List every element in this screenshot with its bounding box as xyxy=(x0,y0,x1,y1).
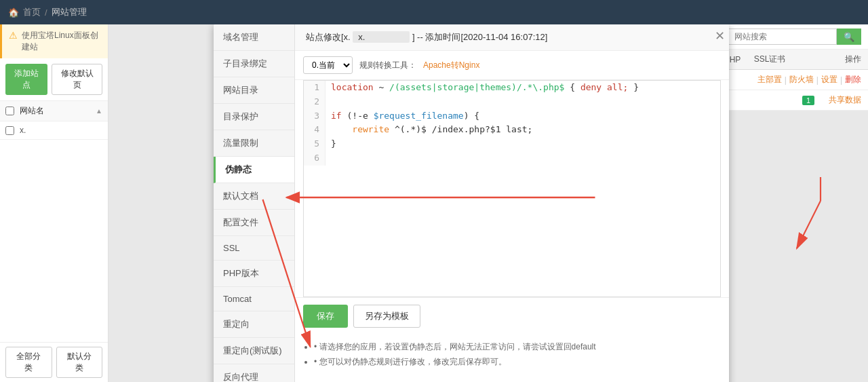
modal-footer: 保存 另存为模板 xyxy=(295,297,729,335)
modal-body: 站点修改[x. x. ] -- 添加时间[2020-11-04 16:07:12… xyxy=(295,24,729,382)
site-name: x. xyxy=(20,126,102,135)
sort-icon: ▲ xyxy=(96,107,102,115)
line-content-2 xyxy=(326,95,336,109)
alert-text: 使用宝塔Linux面板创建站 xyxy=(22,30,101,53)
modal-title-text: 站点修改[x. x. ] -- 添加时间[2020-11-04 16:07:12… xyxy=(306,31,547,43)
modal-sidebar: 域名管理 子目录绑定 网站目录 目录保护 流量限制 伪静态 默认文档 配置文件 … xyxy=(214,24,295,382)
modal-title-domain: x. xyxy=(353,31,410,43)
sidebar-item-tomcat[interactable]: Tomcat xyxy=(214,287,294,311)
sidebar-item-subdir[interactable]: 子目录绑定 xyxy=(214,51,294,77)
modify-default-button[interactable]: 修改默认页 xyxy=(52,64,102,95)
line-num-1: 1 xyxy=(304,81,326,95)
classify-default-button[interactable]: 默认分类 xyxy=(56,347,103,378)
row2-ssl: 1 xyxy=(788,96,829,105)
code-line-1: 1 location ~ /(assets|storage|themes)/.*… xyxy=(304,81,720,95)
line-num-6: 6 xyxy=(304,151,326,166)
main-layout: ⚠ 使用宝塔Linux面板创建站 添加站点 修改默认页 网站名 ▲ x. 全部分… xyxy=(0,24,868,382)
code-line-2: 2 xyxy=(304,95,720,109)
sidebar-item-redirect[interactable]: 重定向 xyxy=(214,311,294,338)
svg-line-5 xyxy=(797,201,821,248)
modal-close-button[interactable]: ✕ xyxy=(715,28,725,43)
code-line-3: 3 if (!-e $request_filename) { xyxy=(304,109,720,123)
col-name-label[interactable]: 网站名 xyxy=(20,105,96,117)
left-sidebar: ⚠ 使用宝塔Linux面板创建站 添加站点 修改默认页 网站名 ▲ x. 全部分… xyxy=(0,24,108,382)
sidebar-item-config[interactable]: 配置文件 xyxy=(214,210,294,236)
op-config[interactable]: 主部置 xyxy=(757,74,782,85)
classify-all-button[interactable]: 全部分类 xyxy=(5,347,52,378)
site-checkbox[interactable] xyxy=(5,126,14,135)
rule-label: 规则转换工具： xyxy=(359,60,416,71)
modal-toolbar: 0.当前 规则转换工具： Apache转Nginx xyxy=(295,51,729,80)
classify-bar: 全部分类 默认分类 xyxy=(0,342,108,382)
sidebar-item-rewrite[interactable]: 伪静态 xyxy=(214,157,294,183)
sidebar-alert: ⚠ 使用宝塔Linux面板创建站 xyxy=(0,24,108,58)
col-ssl-label: SSL证书 xyxy=(749,54,790,65)
save-template-button[interactable]: 另存为模板 xyxy=(353,305,420,328)
content-area: 🔍 PHP SSL证书 操作 x. 7.1 主部置 | 防火墙 | 设置 xyxy=(108,24,868,382)
sidebar-item-defaultdoc[interactable]: 默认文档 xyxy=(214,183,294,210)
sidebar-actions: 添加站点 修改默认页 xyxy=(0,58,108,101)
modal-notes: • 请选择您的应用，若设置伪静态后，网站无法正常访问，请尝试设置回default… xyxy=(295,335,729,375)
modal-title: 站点修改[x. x. ] -- 添加时间[2020-11-04 16:07:12… xyxy=(295,24,729,51)
op-share[interactable]: 共享数据 xyxy=(829,94,861,106)
nav-home[interactable]: 首页 xyxy=(23,6,41,18)
line-content-5: } xyxy=(326,137,336,151)
code-line-6: 6 xyxy=(304,151,720,166)
sidebar-item-domain[interactable]: 域名管理 xyxy=(214,24,294,51)
line-content-4: rewrite ^(.*)$ /index.php?$1 last; xyxy=(326,123,532,137)
sidebar-item-ssl[interactable]: SSL xyxy=(214,236,294,261)
ssl-badge: 1 xyxy=(802,96,814,105)
nav-icon: 🏠 xyxy=(8,7,19,18)
search-input[interactable] xyxy=(728,28,837,45)
line-content-1: location ~ /(assets|storage|themes)/.*\.… xyxy=(326,81,639,95)
line-content-6 xyxy=(326,151,336,166)
rule-convert-link[interactable]: Apache转Nginx xyxy=(423,60,479,71)
line-num-5: 5 xyxy=(304,137,326,151)
add-site-button[interactable]: 添加站点 xyxy=(5,64,47,95)
sidebar-item-redirect-test[interactable]: 重定向(测试版) xyxy=(214,338,294,364)
note-1: • 请选择您的应用，若设置伪静态后，网站无法正常访问，请尝试设置回default xyxy=(314,340,721,355)
sidebar-item-dirprot[interactable]: 目录保护 xyxy=(214,104,294,130)
nav-current: 网站管理 xyxy=(52,6,87,18)
op-sep2: | xyxy=(816,75,818,85)
nav-sep: / xyxy=(45,7,47,18)
top-nav: 🏠 首页 / 网站管理 xyxy=(0,0,868,24)
site-list-item: x. xyxy=(0,121,108,140)
line-num-2: 2 xyxy=(304,95,326,109)
select-all-checkbox[interactable] xyxy=(5,107,14,115)
op-sep1: | xyxy=(785,75,787,85)
code-line-4: 4 rewrite ^(.*)$ /index.php?$1 last; xyxy=(304,123,720,137)
site-list-header: 网站名 ▲ xyxy=(0,101,108,121)
warning-icon: ⚠ xyxy=(9,30,18,41)
op-firewall[interactable]: 防火墙 xyxy=(789,74,814,85)
sidebar-item-reverse[interactable]: 反向代理 xyxy=(214,364,294,382)
op-settings[interactable]: 设置 xyxy=(821,74,837,85)
op-sep3: | xyxy=(840,75,842,85)
modal-title-suffix: ] -- 添加时间[2020-11-04 16:07:12] xyxy=(412,32,547,42)
op-delete[interactable]: 删除 xyxy=(845,74,861,85)
modal-title-prefix: 站点修改[x. xyxy=(306,32,351,42)
save-button[interactable]: 保存 xyxy=(303,305,348,328)
code-editor[interactable]: 1 location ~ /(assets|storage|themes)/.*… xyxy=(303,80,721,297)
col-ops-label: 操作 xyxy=(790,54,861,65)
sidebar-item-traffic[interactable]: 流量限制 xyxy=(214,130,294,157)
modal-dialog: ✕ 域名管理 子目录绑定 网站目录 目录保护 流量限制 伪静态 默认文档 配置文… xyxy=(214,24,729,382)
code-line-5: 5 } xyxy=(304,137,720,151)
line-num-3: 3 xyxy=(304,109,326,123)
row2-ops: 共享数据 xyxy=(829,94,861,106)
version-select[interactable]: 0.当前 xyxy=(303,56,353,74)
note-2: • 您可以对伪静态规则进行修改，修改完后保存即可。 xyxy=(314,355,721,370)
line-content-3: if (!-e $request_filename) { xyxy=(326,109,479,123)
search-button[interactable]: 🔍 xyxy=(837,28,861,45)
sidebar-item-webdir[interactable]: 网站目录 xyxy=(214,77,294,104)
sidebar-item-php[interactable]: PHP版本 xyxy=(214,261,294,287)
line-num-4: 4 xyxy=(304,123,326,137)
row-ops: 主部置 | 防火墙 | 设置 | 删除 xyxy=(757,74,861,85)
